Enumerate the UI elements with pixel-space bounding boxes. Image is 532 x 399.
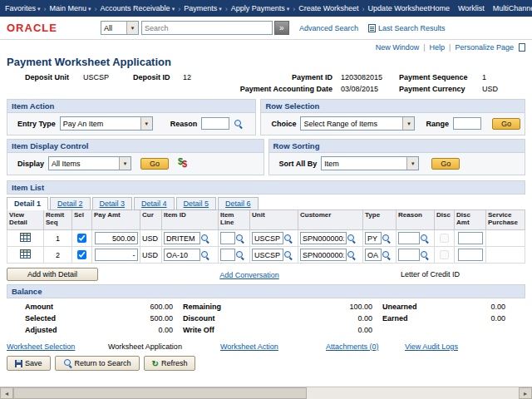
copy-page-icon[interactable] (519, 43, 525, 52)
item-id-lookup-icon[interactable] (200, 234, 210, 244)
unit-input[interactable] (252, 232, 283, 244)
type-lookup-icon[interactable] (382, 234, 392, 244)
scroll-left-arrow-icon[interactable] (0, 387, 13, 399)
choice-select[interactable]: Select Range of Items (300, 116, 415, 131)
breadcrumb-apply-payments[interactable]: Apply Payments (231, 4, 290, 12)
customer-input[interactable] (300, 249, 347, 261)
save-button[interactable]: Save (7, 356, 51, 371)
row-sorting-header: Row Sorting (269, 140, 525, 153)
payment-sequence-label: Payment Sequence (399, 73, 482, 81)
item-list-actions: Add with Detail Add Conversation Letter … (7, 268, 525, 281)
item-id-input[interactable] (164, 232, 200, 244)
multichannel-console-link[interactable]: MultiChannel Console (493, 4, 532, 12)
row-reason-lookup-icon[interactable] (420, 250, 430, 260)
tab-detail-3[interactable]: Detail 3 (92, 197, 133, 210)
customer-lookup-icon[interactable] (347, 250, 357, 260)
sort-all-by-select[interactable]: Item (321, 156, 419, 170)
search-scope-select[interactable]: All (101, 21, 139, 35)
worklist-link[interactable]: Worklist (458, 4, 485, 12)
view-detail-icon[interactable] (20, 233, 31, 242)
type-lookup-icon[interactable] (382, 250, 392, 260)
worksheet-selection-link[interactable]: Worksheet Selection (7, 342, 75, 351)
advanced-search-link[interactable]: Advanced Search (299, 24, 358, 32)
detail-tabs: Detail 1 Detail 2 Detail 3 Detail 4 Deta… (0, 195, 532, 209)
type-input[interactable] (365, 232, 382, 244)
unit-input[interactable] (252, 249, 283, 261)
tab-detail-6[interactable]: Detail 6 (218, 197, 259, 210)
attachments-link[interactable]: Attachments (0) (326, 342, 379, 351)
view-detail-icon[interactable] (20, 249, 31, 259)
new-window-link[interactable]: New Window (376, 43, 420, 52)
breadcrumb-accounts-receivable[interactable]: Accounts Receivable (101, 4, 175, 12)
reason-lookup-icon[interactable] (234, 119, 244, 129)
breadcrumb-label: Create Worksheet (298, 4, 358, 12)
row-selection-go-button[interactable]: Go (492, 118, 520, 130)
customer-input[interactable] (300, 232, 347, 244)
item-line-input[interactable] (220, 232, 235, 244)
item-line-lookup-icon[interactable] (235, 250, 245, 260)
item-list-section-header: Item List (7, 180, 525, 195)
refresh-button[interactable]: Refresh (144, 356, 196, 371)
balance-label: Selected (25, 314, 75, 323)
tab-detail-2[interactable]: Detail 2 (50, 197, 91, 210)
display-select[interactable]: All Items (48, 156, 131, 170)
groupbox-row-2: Item Display Control Display All Items G… (0, 137, 532, 177)
type-input[interactable] (365, 249, 382, 261)
scroll-right-arrow-icon[interactable] (519, 387, 532, 399)
disc-checkbox[interactable] (440, 234, 449, 243)
entry-type-select[interactable]: Pay An Item (60, 116, 153, 131)
table-row: 2 USD (7, 247, 525, 264)
last-search-results-link[interactable]: Last Search Results (378, 24, 446, 32)
item-line-lookup-icon[interactable] (235, 234, 245, 244)
search-go-icon[interactable] (274, 21, 289, 35)
breadcrumb-separator (222, 4, 231, 13)
horizontal-scrollbar[interactable] (0, 387, 532, 399)
tab-detail-4[interactable]: Detail 4 (134, 197, 175, 210)
balance-value: 100.00 (274, 303, 382, 311)
currency-conversion-icon[interactable] (178, 158, 190, 170)
tab-detail-1[interactable]: Detail 1 (7, 197, 48, 210)
payment-summary: Deposit Unit USCSP Deposit ID 12 Payment… (0, 71, 532, 97)
pay-amt-input[interactable] (95, 249, 138, 261)
row-sorting-go-button[interactable]: Go (431, 158, 460, 170)
personalize-page-link[interactable]: Personalize Page (455, 43, 514, 52)
sel-checkbox[interactable] (77, 234, 86, 243)
customer-lookup-icon[interactable] (347, 234, 357, 244)
help-link[interactable]: Help (430, 43, 446, 52)
row-reason-lookup-icon[interactable] (420, 234, 430, 244)
accounting-date-label: Payment Accounting Date (220, 85, 341, 93)
range-input[interactable] (453, 117, 481, 130)
disc-checkbox[interactable] (440, 250, 449, 259)
tab-detail-5[interactable]: Detail 5 (176, 197, 217, 210)
add-conversation-link[interactable]: Add Conversation (219, 271, 279, 279)
scrollbar-thumb[interactable] (13, 387, 307, 399)
disc-amt-input[interactable] (458, 249, 483, 261)
view-audit-logs-link[interactable]: View Audit Logs (405, 342, 458, 351)
home-link[interactable]: Home (430, 4, 450, 12)
pay-amt-input[interactable] (95, 232, 138, 244)
unit-lookup-icon[interactable] (283, 250, 293, 260)
breadcrumb-create-worksheet[interactable]: Create Worksheet (298, 4, 358, 12)
sel-checkbox[interactable] (77, 250, 86, 259)
item-id-input[interactable] (164, 249, 200, 261)
row-reason-input[interactable] (398, 232, 420, 244)
breadcrumb-favorites[interactable]: Favorites (5, 4, 41, 12)
breadcrumb-separator (175, 4, 184, 13)
item-id-lookup-icon[interactable] (200, 250, 210, 260)
worksheet-action-link[interactable]: Worksheet Action (220, 342, 278, 351)
unit-lookup-icon[interactable] (283, 234, 293, 244)
item-line-input[interactable] (220, 249, 235, 261)
breadcrumb-payments[interactable]: Payments (184, 4, 222, 12)
item-display-go-button[interactable]: Go (140, 158, 169, 170)
disc-amt-input[interactable] (458, 232, 483, 244)
search-input[interactable] (141, 21, 273, 35)
add-with-detail-button[interactable]: Add with Detail (7, 268, 98, 281)
table-row: 1 USD (7, 230, 525, 247)
scrollbar-track[interactable] (13, 387, 519, 399)
breadcrumb-update-worksheet[interactable]: Update Worksheet (368, 4, 430, 12)
row-reason-input[interactable] (398, 249, 420, 261)
return-to-search-button[interactable]: Return to Search (55, 356, 140, 371)
breadcrumb-main-menu[interactable]: Main Menu (50, 4, 91, 12)
reason-input[interactable] (201, 117, 229, 130)
col-item-line: Item Line (219, 210, 250, 230)
